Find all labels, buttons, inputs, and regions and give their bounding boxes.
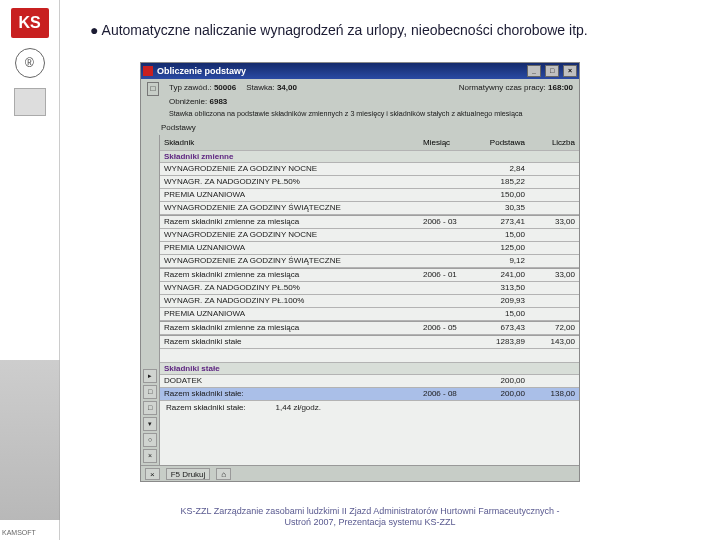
table-row[interactable]: PREMIA UZNANIOWA150,00	[160, 189, 579, 202]
cell-c4	[529, 229, 579, 241]
cell-c1: Razem składniki stałe:	[160, 388, 419, 400]
registered-badge: ®	[15, 48, 45, 78]
cell-c3: 673,43	[474, 322, 529, 334]
tool-btn-2[interactable]: □	[143, 385, 157, 399]
cell-c4	[529, 282, 579, 294]
decorative-image	[0, 360, 60, 520]
doc-icon[interactable]: □	[147, 82, 159, 96]
table-row[interactable]: WYNAGRODZENIE ZA GODZINY NOCNE15,00	[160, 229, 579, 242]
table-row[interactable]: Razem składniki zmienne za miesiąca2006 …	[160, 268, 579, 282]
close-button[interactable]: ×	[563, 65, 577, 77]
section-stale: Składniki stałe	[160, 363, 579, 375]
cell-c2	[419, 242, 474, 254]
cell-c2: 2006 - 08	[419, 388, 474, 400]
cell-c1: PREMIA UZNANIOWA	[160, 308, 419, 320]
cell-c2	[419, 295, 474, 307]
footer-line2: Ustroń 2007, Prezentacja systemu KS-ZZL	[90, 517, 650, 528]
data-grid[interactable]: Składnik Miesiąc Podstawa Liczba Składni…	[159, 135, 579, 465]
rate-row: Razem składniki stałe: 1,44 zł/godz.	[160, 401, 579, 414]
table-row[interactable]: WYNAGR. ZA NADGODZINY PŁ.50%185,22	[160, 176, 579, 189]
tool-btn-4[interactable]: ▾	[143, 417, 157, 431]
cell-c3: 313,50	[474, 282, 529, 294]
cell-c2	[419, 282, 474, 294]
maximize-button[interactable]: □	[545, 65, 559, 77]
cell-c2	[419, 163, 474, 175]
table-row[interactable]: Razem składniki zmienne za miesiąca2006 …	[160, 321, 579, 335]
titlebar[interactable]: Obliczenie podstawy _ □ ×	[141, 63, 579, 79]
col-podstawa[interactable]: Podstawa	[474, 137, 529, 149]
tool-btn-3[interactable]: □	[143, 401, 157, 415]
cell-c2: 2006 - 05	[419, 322, 474, 334]
table-row[interactable]: WYNAGRODZENIE ZA GODZINY NOCNE2,84	[160, 163, 579, 176]
cell-c4	[529, 189, 579, 201]
close-x-button[interactable]: ×	[145, 468, 160, 480]
cell-c2: 2006 - 01	[419, 269, 474, 281]
table-row[interactable]: DODATEK200,00	[160, 375, 579, 388]
col-skladnik[interactable]: Składnik	[160, 137, 419, 149]
table-row[interactable]: Razem składniki stałe:2006 - 08200,00138…	[160, 388, 579, 401]
norm-value: 168:00	[548, 83, 573, 92]
cell-c1: Razem składniki zmienne za miesiąca	[160, 269, 419, 281]
table-row[interactable]: PREMIA UZNANIOWA15,00	[160, 308, 579, 321]
statusbar: × F5 Drukuj ⌂	[141, 465, 579, 481]
cell-c2	[419, 375, 474, 387]
obn-value: 6983	[209, 97, 227, 106]
cell-c2	[419, 336, 474, 348]
status-icon[interactable]: ⌂	[216, 468, 231, 480]
cell-c1: Razem składniki zmienne za miesiąca	[160, 322, 419, 334]
typ-label: Typ zawód.:	[169, 83, 212, 92]
podstawy-label: Podstawy	[147, 120, 573, 134]
rate-label: Razem składniki stałe:	[166, 403, 246, 412]
ks-logo: KS	[11, 8, 49, 38]
stawka-label: Stawka:	[246, 83, 274, 92]
cell-c3: 273,41	[474, 216, 529, 228]
table-row[interactable]: WYNAGR. ZA NADGODZINY PŁ.50%313,50	[160, 282, 579, 295]
cell-c3: 209,93	[474, 295, 529, 307]
cell-c4: 72,00	[529, 322, 579, 334]
cell-c2: 2006 - 03	[419, 216, 474, 228]
norm-label: Normatywny czas pracy:	[459, 83, 546, 92]
grid-header: Składnik Miesiąc Podstawa Liczba	[160, 135, 579, 151]
cell-c3: 15,00	[474, 229, 529, 241]
footer-line1: KS-ZZL Zarządzanie zasobami ludzkimi II …	[90, 506, 650, 517]
table-row[interactable]: Razem składniki zmienne za miesiąca2006 …	[160, 215, 579, 229]
tool-column: ▸ □ □ ▾ ○ ×	[141, 135, 159, 465]
print-button[interactable]: F5 Drukuj	[166, 468, 211, 480]
table-row[interactable]: WYNAGRODZENIE ZA GODZINY ŚWIĄTECZNE30,35	[160, 202, 579, 215]
cell-c2	[419, 176, 474, 188]
cell-c1: WYNAGRODZENIE ZA GODZINY NOCNE	[160, 229, 419, 241]
cell-c1: DODATEK	[160, 375, 419, 387]
cell-c1: PREMIA UZNANIOWA	[160, 242, 419, 254]
cell-c4	[529, 295, 579, 307]
app-icon	[143, 66, 153, 76]
info-panel: □ Podstawy Typ zawód.: 50006 Stawka: 34,…	[141, 79, 579, 135]
col-miesiac[interactable]: Miesiąc	[419, 137, 474, 149]
cell-c1: Razem składniki zmienne za miesiąca	[160, 216, 419, 228]
cell-c1: WYNAGRODZENIE ZA GODZINY ŚWIĄTECZNE	[160, 255, 419, 267]
cell-c2	[419, 229, 474, 241]
minimize-button[interactable]: _	[527, 65, 541, 77]
slide-footer: KS-ZZL Zarządzanie zasobami ludzkimi II …	[90, 506, 650, 528]
map-icon	[14, 88, 46, 116]
cell-c4: 138,00	[529, 388, 579, 400]
blank-row	[160, 349, 579, 363]
table-row[interactable]: WYNAGR. ZA NADGODZINY PŁ.100%209,93	[160, 295, 579, 308]
cell-c2	[419, 255, 474, 267]
table-row[interactable]: PREMIA UZNANIOWA125,00	[160, 242, 579, 255]
cell-c1: WYNAGRODZENIE ZA GODZINY ŚWIĄTECZNE	[160, 202, 419, 214]
cell-c3: 15,00	[474, 308, 529, 320]
table-row[interactable]: Razem składniki stałe1283,89143,00	[160, 335, 579, 349]
cell-c3: 150,00	[474, 189, 529, 201]
tool-btn-5[interactable]: ○	[143, 433, 157, 447]
cell-c3: 125,00	[474, 242, 529, 254]
table-row[interactable]: WYNAGRODZENIE ZA GODZINY ŚWIĄTECZNE9,12	[160, 255, 579, 268]
cell-c3: 30,35	[474, 202, 529, 214]
cell-c2	[419, 202, 474, 214]
tool-btn-6[interactable]: ×	[143, 449, 157, 463]
cell-c4: 33,00	[529, 216, 579, 228]
cell-c3: 241,00	[474, 269, 529, 281]
tool-btn-1[interactable]: ▸	[143, 369, 157, 383]
cell-c4: 143,00	[529, 336, 579, 348]
cell-c4: 33,00	[529, 269, 579, 281]
col-liczba[interactable]: Liczba	[529, 137, 579, 149]
